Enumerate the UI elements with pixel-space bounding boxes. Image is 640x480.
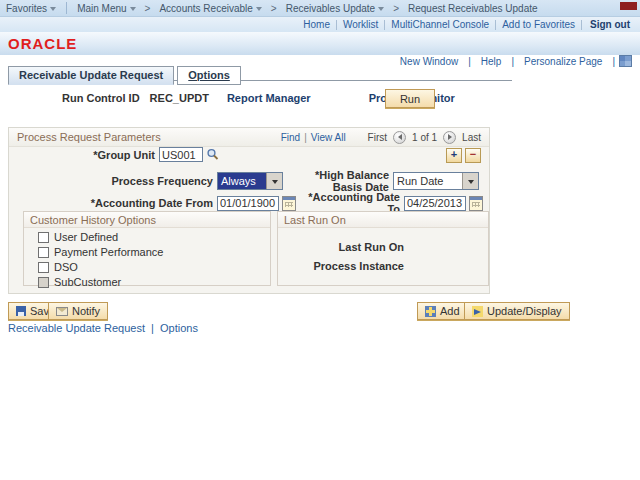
separator: | <box>304 132 307 143</box>
selected-value: Always <box>218 173 266 189</box>
checkbox-label: SubCustomer <box>54 276 121 288</box>
divider <box>495 20 496 30</box>
run-button[interactable]: Run <box>385 89 435 108</box>
dropdown-arrow-icon <box>462 173 478 189</box>
add-to-favorites-link[interactable]: Add to Favorites <box>502 19 575 30</box>
accounting-date-from-input[interactable]: 01/01/1900 <box>217 196 279 211</box>
user-defined-checkbox[interactable] <box>38 232 49 243</box>
save-disk-icon <box>16 306 26 316</box>
home-link[interactable]: Home <box>303 19 330 30</box>
accounting-date-to-input[interactable]: 04/25/2013 <box>404 196 466 211</box>
first-label[interactable]: First <box>368 132 387 143</box>
page-toolbar: Save Notify Add Update/Display <box>8 302 632 320</box>
favorites-menu[interactable]: Favorites <box>0 3 62 14</box>
tab-label: Receivable Update Request <box>19 69 163 81</box>
separator: | <box>468 56 471 67</box>
tab-label: Options <box>188 69 230 81</box>
update-display-pencil-icon <box>472 306 483 317</box>
subbox-header: Last Run On <box>278 212 488 228</box>
peoplesoft-page: Favorites Main Menu > Accounts Receivabl… <box>0 0 640 480</box>
last-run-on-label: Last Run On <box>278 241 404 253</box>
add-button[interactable]: Add <box>417 302 468 320</box>
calendar-icon[interactable] <box>282 196 296 211</box>
tab-strip: Receivable Update Request Options <box>8 66 244 85</box>
checkbox-row: DSO <box>38 261 270 273</box>
delete-row-button[interactable]: − <box>465 148 481 163</box>
subbox-title: Customer History Options <box>30 214 156 226</box>
payment-performance-checkbox[interactable] <box>38 247 49 258</box>
main-menu-label: Main Menu <box>77 3 126 14</box>
lookup-magnifier-icon[interactable] <box>206 148 219 161</box>
pagebar: New Window | Help | Personalize Page | <box>394 55 632 67</box>
scroll-area-navigation: Find | View All First 1 of 1 Last <box>281 131 481 144</box>
frequency-row: Process Frequency Always *High Balance B… <box>9 169 479 193</box>
favorites-label: Favorites <box>6 3 47 14</box>
checkbox-row: SubCustomer <box>38 276 270 288</box>
notify-button[interactable]: Notify <box>48 302 108 320</box>
sign-out-link[interactable]: Sign out <box>590 19 630 30</box>
group-unit-input[interactable]: US001 <box>159 147 203 162</box>
process-request-parameters-box: Process Request Parameters Find | View A… <box>8 127 490 294</box>
dropdown-arrow-icon <box>266 173 282 189</box>
main-menu[interactable]: Main Menu <box>71 3 141 14</box>
group-unit-label: *Group Unit <box>9 149 155 161</box>
tab-receivable-update-request[interactable]: Receivable Update Request <box>8 66 174 85</box>
selected-value: Run Date <box>394 173 462 189</box>
add-row-button[interactable]: + <box>446 148 462 163</box>
group-unit-row: *Group Unit US001 <box>9 147 219 162</box>
breadcrumb-item-accounts-receivable[interactable]: Accounts Receivable <box>153 3 267 14</box>
checkbox-label: Payment Performance <box>54 246 163 258</box>
customer-history-options-box: Customer History Options User Defined Pa… <box>23 211 271 286</box>
calendar-icon[interactable] <box>469 196 483 211</box>
last-run-on-box: Last Run On Last Run On Process Instance <box>277 211 489 286</box>
notify-label: Notify <box>72 305 100 317</box>
worklist-link[interactable]: Worklist <box>343 19 378 30</box>
update-display-button[interactable]: Update/Display <box>464 302 570 320</box>
accounting-date-from-label: *Accounting Date From <box>9 197 213 209</box>
view-all-link[interactable]: View All <box>311 132 346 143</box>
high-balance-basis-date-label: *High Balance Basis Date <box>287 169 389 193</box>
receivable-update-request-link[interactable]: Receivable Update Request <box>8 322 145 334</box>
checkbox-row: User Defined <box>38 231 270 243</box>
breadcrumb-item-current-page: Request Receivables Update <box>402 3 544 14</box>
chevron-down-icon <box>50 7 56 11</box>
header-links-bar: Home Worklist MultiChannel Console Add t… <box>0 17 640 32</box>
breadcrumb-separator: > <box>393 3 399 14</box>
tab-options[interactable]: Options <box>177 66 241 85</box>
process-instance-label: Process Instance <box>278 260 404 272</box>
report-manager-link[interactable]: Report Manager <box>227 92 311 104</box>
groupbox-header: Process Request Parameters Find | View A… <box>9 128 489 147</box>
previous-row-icon[interactable] <box>393 131 406 144</box>
subcustomer-checkbox <box>38 277 49 288</box>
process-frequency-label: Process Frequency <box>9 175 213 187</box>
divider <box>66 2 67 14</box>
divider <box>581 20 582 30</box>
dso-checkbox[interactable] <box>38 262 49 273</box>
personalize-page-link[interactable]: Personalize Page <box>524 56 602 67</box>
new-window-link[interactable]: New Window <box>400 56 458 67</box>
next-row-icon[interactable] <box>443 131 456 144</box>
multichannel-console-link[interactable]: MultiChannel Console <box>391 19 489 30</box>
help-link[interactable]: Help <box>481 56 502 67</box>
add-label: Add <box>440 305 460 317</box>
checkbox-label: DSO <box>54 261 78 273</box>
high-balance-basis-date-select[interactable]: Run Date <box>393 172 479 190</box>
breadcrumb-item-receivables-update[interactable]: Receivables Update <box>280 3 391 14</box>
checkbox-row: Payment Performance <box>38 246 270 258</box>
last-label[interactable]: Last <box>462 132 481 143</box>
subbox-header: Customer History Options <box>24 212 270 228</box>
separator: | <box>151 322 154 334</box>
add-document-icon <box>425 306 436 317</box>
find-link[interactable]: Find <box>281 132 300 143</box>
chevron-down-icon <box>256 7 262 11</box>
breadcrumb-label: Request Receivables Update <box>408 3 538 14</box>
checkbox-label: User Defined <box>54 231 118 243</box>
personalize-grid-icon[interactable] <box>619 55 632 67</box>
breadcrumb-label: Receivables Update <box>286 3 376 14</box>
row-counter: 1 of 1 <box>412 132 437 143</box>
component-links: Receivable Update Request | Options <box>8 322 198 334</box>
red-indicator <box>620 2 637 10</box>
run-control-id-value: REC_UPDT <box>150 92 209 104</box>
process-frequency-select[interactable]: Always <box>217 172 283 190</box>
options-link[interactable]: Options <box>160 322 198 334</box>
